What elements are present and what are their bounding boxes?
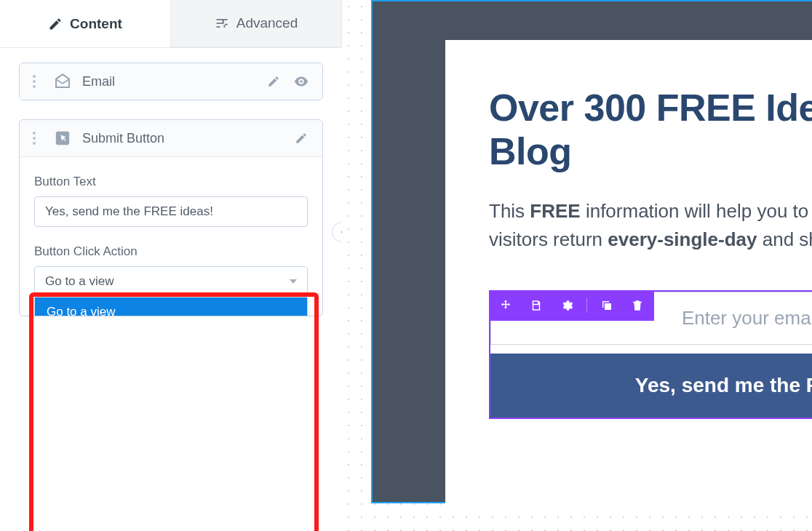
save-element-button[interactable] [525, 295, 547, 316]
button-action-select[interactable]: Go to a view [34, 266, 308, 297]
save-icon [530, 299, 543, 312]
drag-handle-icon[interactable] [33, 132, 39, 145]
settings-element-button[interactable] [556, 295, 578, 316]
element-toolbar [489, 290, 654, 321]
button-action-label: Button Click Action [34, 244, 308, 259]
button-text-input[interactable] [34, 196, 308, 227]
button-action-value: Go to a view [45, 274, 114, 289]
toolbar-divider [586, 298, 587, 313]
annotation-highlight [29, 292, 319, 531]
button-action-group: Button Click Action Go to a view Go to a… [34, 244, 308, 297]
campaign-modal: Over 300 FREE Ideas For Your Blog This F… [445, 40, 812, 506]
envelope-open-icon [53, 72, 72, 91]
email-block-title: Email [82, 74, 255, 89]
sliders-icon [215, 16, 229, 31]
move-element-button[interactable] [495, 295, 517, 316]
campaign-frame: Over 300 FREE Ideas For Your Blog This F… [371, 0, 812, 503]
preview-canvas: Over 300 FREE Ideas For Your Blog This F… [342, 0, 812, 531]
tab-content[interactable]: Content [0, 0, 170, 47]
sidebar-tabs: Content Advanced [0, 0, 342, 48]
edit-block-button[interactable] [293, 130, 309, 146]
submit-button-block: Submit Button Button Text Button Click A… [19, 119, 323, 316]
sidebar-body: Email Submit Button [0, 48, 342, 316]
chevron-down-icon [290, 279, 297, 284]
submit-button-title: Submit Button [82, 131, 283, 146]
tab-content-label: Content [70, 16, 122, 32]
submit-button-header[interactable]: Submit Button [20, 120, 322, 156]
cursor-click-icon [53, 129, 72, 148]
editor-sidebar: Content Advanced Email [0, 0, 342, 531]
cta-button-preview[interactable]: Yes, send me the FREE ideas! [490, 354, 812, 418]
move-icon [499, 299, 512, 312]
email-block[interactable]: Email [19, 63, 323, 100]
delete-element-button[interactable] [626, 295, 648, 316]
trash-icon [631, 299, 644, 312]
tab-advanced[interactable]: Advanced [170, 0, 342, 47]
visibility-toggle-button[interactable] [293, 73, 309, 89]
submit-button-settings: Button Text Button Click Action Go to a … [20, 156, 322, 316]
gear-icon [560, 299, 573, 312]
button-action-dropdown: Go to a view Redirect to a url Open emai… [34, 297, 308, 316]
drag-handle-icon[interactable] [33, 75, 39, 88]
button-text-label: Button Text [34, 175, 308, 189]
headline-text[interactable]: Over 300 FREE Ideas For Your Blog [489, 87, 812, 174]
dropdown-option[interactable]: Go to a view [35, 298, 307, 316]
duplicate-element-button[interactable] [596, 295, 618, 316]
button-text-group: Button Text [34, 175, 308, 227]
body-text[interactable]: This FREE information will help you to s… [489, 197, 812, 254]
copy-icon [600, 299, 613, 312]
tab-advanced-label: Advanced [236, 15, 298, 31]
pencil-icon [48, 17, 63, 31]
selected-element[interactable]: Enter your email here... Yes, send me th… [489, 290, 812, 419]
edit-block-button[interactable] [266, 73, 282, 89]
